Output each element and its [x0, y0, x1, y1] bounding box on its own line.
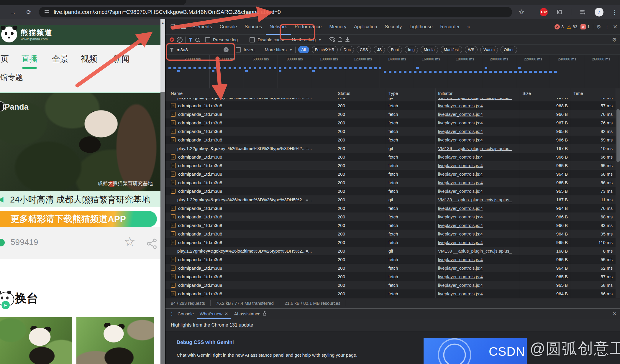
- request-row[interactable]: cdrmipanda_1td.m3u8 200 fetch liveplayer…: [165, 161, 616, 170]
- request-row[interactable]: cdrmipanda_1td.m3u8 200 fetch liveplayer…: [165, 213, 616, 221]
- request-initiator[interactable]: liveplayer_controls.js:4: [438, 180, 483, 185]
- devtools-tab[interactable]: Security: [381, 19, 406, 35]
- request-initiator[interactable]: liveplayer_controls.js:4: [438, 291, 483, 296]
- request-initiator[interactable]: VM139 __aplus_plugin_cctv.js.aplus_: [438, 98, 512, 100]
- ipanda-logo-icon[interactable]: [1, 27, 17, 42]
- devtools-tab[interactable]: Elements: [188, 19, 216, 35]
- request-row[interactable]: play.1.2?gmkey=&gokey=%26loadtime%3D%26t…: [165, 144, 616, 153]
- column-header-name[interactable]: Name: [165, 88, 335, 98]
- request-type-pill[interactable]: All: [298, 46, 309, 53]
- adblock-extension-icon[interactable]: ABP: [539, 5, 548, 19]
- browser-active-tab[interactable]: [0, 0, 186, 5]
- request-initiator[interactable]: liveplayer_controls.js:4: [438, 137, 483, 142]
- column-header-type[interactable]: Type: [386, 88, 436, 98]
- nav-item-home[interactable]: 页: [1, 53, 9, 65]
- devtools-settings-icon[interactable]: ⚙: [596, 24, 601, 30]
- request-row[interactable]: cdrmipanda_1td.m3u8 200 fetch liveplayer…: [165, 170, 616, 178]
- import-har-icon[interactable]: [338, 37, 342, 43]
- reload-icon[interactable]: ⟳: [24, 5, 34, 19]
- scroll-up-arrow-icon[interactable]: ▲: [160, 19, 165, 27]
- site-info-icon[interactable]: [44, 9, 50, 15]
- issues-badge-icon[interactable]: ✕: [580, 24, 586, 29]
- request-initiator[interactable]: liveplayer_controls.js:4: [438, 206, 483, 211]
- request-row[interactable]: cdrmipanda_1td.m3u8 200 fetch liveplayer…: [165, 187, 616, 195]
- request-type-pill[interactable]: Img: [405, 46, 418, 53]
- request-initiator[interactable]: VM139 __aplus_plugin_cctv.js.aplus_: [438, 248, 512, 253]
- request-row[interactable]: cdrmipanda_1td.m3u8 200 fetch liveplayer…: [165, 221, 616, 230]
- share-icon[interactable]: [146, 238, 158, 251]
- request-initiator[interactable]: liveplayer_controls.js:4: [438, 112, 483, 117]
- devtools-tab[interactable]: Lighthouse: [406, 19, 436, 35]
- extensions-icon[interactable]: [555, 5, 564, 19]
- network-settings-icon[interactable]: ⚙: [612, 37, 617, 43]
- request-initiator[interactable]: liveplayer_controls.js:4: [438, 154, 483, 159]
- devtools-tab[interactable]: »: [463, 19, 474, 35]
- request-type-pill[interactable]: Font: [388, 46, 402, 53]
- request-type-pill[interactable]: Other: [501, 46, 517, 53]
- request-row[interactable]: cdrmipanda_1td.m3u8 200 fetch liveplayer…: [165, 101, 616, 110]
- drawer-close-icon[interactable]: ✕: [612, 311, 617, 317]
- inspect-icon[interactable]: [168, 22, 178, 32]
- request-initiator[interactable]: liveplayer_controls.js:4: [438, 240, 483, 245]
- request-row[interactable]: cdrmipanda_1td.m3u8 200 fetch liveplayer…: [165, 127, 616, 136]
- column-header-status[interactable]: Status: [335, 88, 386, 98]
- column-header-initiator[interactable]: Initiator: [436, 88, 520, 98]
- drawer-tab-console[interactable]: Console: [175, 309, 196, 319]
- search-icon[interactable]: [195, 38, 199, 42]
- channel-card-1[interactable]: [0, 317, 72, 364]
- bookmark-star-icon[interactable]: ☆: [517, 5, 526, 19]
- invert-checkbox[interactable]: [236, 47, 241, 52]
- request-row[interactable]: cdrmipanda_1td.m3u8 200 fetch liveplayer…: [165, 281, 616, 289]
- drawer-menu-icon[interactable]: ⋮: [170, 311, 174, 317]
- request-type-pill[interactable]: JS: [374, 46, 385, 53]
- nav-item-news[interactable]: 新闻: [113, 53, 130, 65]
- request-row[interactable]: cdrmipanda_1td.m3u8 200 fetch liveplayer…: [165, 255, 616, 264]
- request-row[interactable]: cdrmipanda_1td.m3u8 200 fetch liveplayer…: [165, 230, 616, 238]
- request-row[interactable]: cdrmipanda_1td.m3u8 200 fetch liveplayer…: [165, 238, 616, 247]
- devtools-tab[interactable]: Sources: [241, 19, 266, 35]
- column-header-time[interactable]: Time: [571, 88, 616, 98]
- request-row[interactable]: cdrmipanda_1td.m3u8 200 fetch liveplayer…: [165, 118, 616, 127]
- forward-icon[interactable]: →: [8, 5, 18, 19]
- request-initiator[interactable]: liveplayer_controls.js:4: [438, 189, 483, 194]
- request-initiator[interactable]: liveplayer_controls.js:4: [438, 129, 483, 134]
- request-initiator[interactable]: liveplayer_controls.js:4: [438, 266, 483, 271]
- request-type-pill[interactable]: Manifest: [441, 46, 462, 53]
- channel-card-2[interactable]: [76, 317, 154, 364]
- network-conditions-icon[interactable]: [329, 37, 335, 43]
- request-initiator[interactable]: liveplayer_controls.js:4: [438, 231, 483, 236]
- requests-scrollbar[interactable]: [616, 88, 620, 298]
- request-row[interactable]: play.1.2?gmkey=&gokey=%26loadtime%3D%26t…: [165, 195, 616, 204]
- request-initiator[interactable]: liveplayer_controls.js:4: [438, 103, 483, 108]
- request-initiator[interactable]: liveplayer_controls.js:4: [438, 163, 483, 168]
- article-title[interactable]: Debug CSS with Gemini: [177, 340, 234, 345]
- request-row[interactable]: cdrmipanda_1td.m3u8 200 fetch liveplayer…: [165, 289, 616, 298]
- nav-item-video[interactable]: 视频: [81, 53, 97, 65]
- request-type-pill[interactable]: CSS: [357, 46, 371, 53]
- filter-icon[interactable]: [188, 38, 193, 42]
- request-type-pill[interactable]: Media: [421, 46, 438, 53]
- nav-item-live[interactable]: 直播: [21, 53, 38, 65]
- devtools-tab[interactable]: Recorder: [437, 19, 464, 35]
- column-header-size[interactable]: Size: [520, 88, 571, 98]
- request-initiator[interactable]: liveplayer_controls.js:4: [438, 257, 483, 262]
- media-playlist-icon[interactable]: [578, 5, 588, 19]
- devtools-tab[interactable]: Console: [216, 19, 241, 35]
- preserve-log-checkbox[interactable]: [205, 37, 210, 42]
- devtools-tab[interactable]: Memory: [325, 19, 350, 35]
- request-initiator[interactable]: liveplayer_controls.js:4: [438, 120, 483, 125]
- request-row[interactable]: cdrmipanda_1td.m3u8 200 fetch liveplayer…: [165, 272, 616, 281]
- request-initiator[interactable]: liveplayer_controls.js:4: [438, 283, 483, 288]
- profile-avatar[interactable]: ♪: [594, 5, 604, 19]
- request-type-pill[interactable]: WS: [465, 46, 478, 53]
- live-video-player[interactable]: iPanda 成都大熊猫繁育研究基地: [0, 92, 160, 192]
- more-filters-button[interactable]: More filters: [265, 47, 287, 52]
- nav-item-panorama[interactable]: 全景: [52, 53, 68, 65]
- page-scrollbar[interactable]: ▲: [160, 19, 165, 364]
- request-row[interactable]: cdrmipanda_1td.m3u8 200 fetch liveplayer…: [165, 153, 616, 161]
- device-toolbar-icon[interactable]: [178, 22, 188, 32]
- browser-menu-icon[interactable]: ⋮: [611, 5, 619, 19]
- error-badge-icon[interactable]: ✕: [555, 24, 560, 29]
- devtools-close-icon[interactable]: ✕: [613, 24, 617, 30]
- request-initiator[interactable]: VM139 __aplus_plugin_cctv.js.aplus_: [438, 197, 512, 202]
